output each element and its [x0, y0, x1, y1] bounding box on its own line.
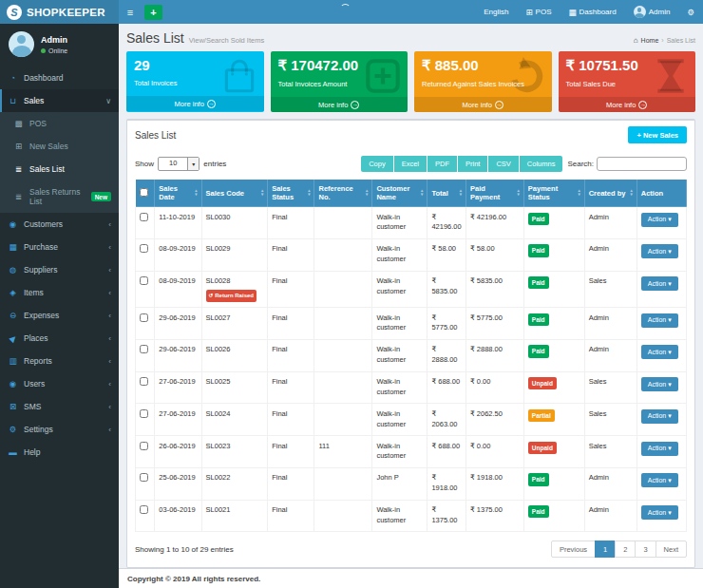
row-checkbox[interactable] [140, 409, 148, 418]
sidebar-item-sales[interactable]: ⊔Sales∨ [0, 89, 119, 112]
brand-logo[interactable]: S SHOPKEEPER [0, 0, 119, 24]
sidebar-item-help[interactable]: ▬Help [0, 441, 119, 464]
paid-payment-cell: ₹ 5835.00 [466, 271, 523, 308]
more-info-link[interactable]: More info→ [414, 97, 552, 112]
created-by-cell: Admin [584, 238, 636, 271]
language-menu[interactable]: English [475, 0, 517, 24]
column-header-created-by[interactable]: Created by▴▾ [584, 180, 636, 207]
action-dropdown-button[interactable]: Action ▾ [641, 244, 678, 258]
action-dropdown-button[interactable]: Action ▾ [641, 505, 678, 520]
export-excel-button[interactable]: Excel [394, 156, 427, 172]
sidebar-item-expenses[interactable]: ⊖Expenses‹ [0, 304, 119, 327]
column-label: Created by [589, 189, 626, 198]
column-header-payment-status[interactable]: Payment Status▴▾ [523, 180, 584, 207]
row-checkbox[interactable] [140, 505, 148, 514]
column-label: Total [431, 189, 447, 198]
row-checkbox[interactable] [140, 244, 148, 253]
sidebar-item-sms[interactable]: ⊠SMS‹ [0, 395, 119, 418]
pagination-1-button[interactable]: 1 [595, 541, 616, 558]
action-cell: Action ▾ [636, 339, 686, 371]
quick-add-button[interactable]: + [144, 5, 162, 20]
payment-status-cell: Paid [523, 467, 584, 500]
page-length-select[interactable]: 10 ▾ [158, 157, 200, 171]
action-dropdown-button[interactable]: Action ▾ [641, 409, 678, 424]
pagination-previous-button[interactable]: Previous [551, 541, 596, 558]
row-checkbox[interactable] [140, 345, 148, 353]
places-icon: ▶ [6, 332, 20, 346]
select-all-checkbox[interactable] [140, 188, 148, 197]
sms-icon: ⊠ [8, 402, 18, 411]
table-row: 08-09-2019SL0028↺ Return RaisedFinalWalk… [136, 271, 687, 308]
sidebar-item-label: Suppliers [24, 265, 57, 275]
settings-menu[interactable]: ⚙ [678, 0, 703, 24]
pagination-3-button[interactable]: 3 [635, 541, 656, 558]
export-copy-button[interactable]: Copy [361, 156, 393, 172]
navbar-dashboard-link[interactable]: ▦ Dashboard [560, 0, 625, 24]
pagination-2-button[interactable]: 2 [615, 541, 636, 558]
export-pdf-button[interactable]: PDF [428, 156, 457, 172]
sidebar-item-places[interactable]: ▶Places‹ [0, 327, 119, 350]
sidebar-item-customers[interactable]: ◉Customers‹ [0, 213, 119, 236]
action-dropdown-button[interactable]: Action ▾ [641, 313, 678, 328]
action-dropdown-button[interactable]: Action ▾ [641, 377, 678, 391]
sales-code: SL0026 [206, 345, 264, 355]
search-input[interactable] [597, 157, 687, 171]
help-icon: ▬ [8, 447, 18, 457]
breadcrumb-home[interactable]: Home [641, 37, 659, 44]
sidebar-item-new-sales[interactable]: ⊞New Sales [0, 135, 119, 158]
export-columns-button[interactable]: Columns [520, 156, 563, 172]
more-info-link[interactable]: More info→ [126, 96, 264, 111]
pagination-next-button[interactable]: Next [656, 541, 687, 558]
action-dropdown-button[interactable]: Action ▾ [641, 213, 678, 227]
row-checkbox[interactable] [140, 276, 148, 285]
sidebar-item-items[interactable]: ◈Items‹ [0, 281, 119, 304]
sidebar-item-label: POS [29, 119, 47, 128]
export-print-button[interactable]: Print [458, 156, 487, 172]
column-header-total[interactable]: Total▴▾ [428, 180, 466, 207]
column-label: Sales Code [206, 189, 244, 198]
sidebar-item-settings[interactable]: ⚙Settings‹ [0, 418, 119, 441]
sales-table: Sales Date▴▾Sales Code▴▾Sales Status▴▾Re… [135, 179, 687, 532]
sidebar-toggle-icon[interactable]: ≡ [119, 0, 142, 24]
row-checkbox[interactable] [140, 442, 148, 450]
action-dropdown-button[interactable]: Action ▾ [641, 276, 678, 291]
column-header-action[interactable]: Action [636, 180, 686, 207]
sidebar-item-pos[interactable]: ▩POS [0, 112, 119, 135]
action-dropdown-button[interactable]: Action ▾ [641, 442, 678, 456]
column-header-reference-no-[interactable]: Reference No.▴▾ [314, 180, 372, 207]
sidebar-item-label: New Sales [29, 142, 68, 151]
sidebar-item-users[interactable]: ◉Users‹ [0, 372, 119, 395]
column-header-customer-name[interactable]: Customer Name▴▾ [372, 180, 428, 207]
column-header-sales-code[interactable]: Sales Code▴▾ [201, 180, 268, 207]
column-label: Action [641, 189, 663, 198]
navbar-pos-link[interactable]: ⊞ POS [517, 0, 560, 24]
sidebar-item-dashboard[interactable]: ◔Dashboard [0, 66, 119, 89]
row-checkbox[interactable] [140, 377, 148, 386]
sidebar-user-status: Online [41, 47, 67, 54]
total-cell: ₹ 42196.00 [428, 207, 466, 239]
row-checkbox[interactable] [140, 313, 148, 322]
action-dropdown-button[interactable]: Action ▾ [641, 473, 678, 487]
export-csv-button[interactable]: CSV [488, 156, 518, 172]
column-header-sales-date[interactable]: Sales Date▴▾ [155, 180, 201, 207]
user-menu[interactable]: Admin [625, 0, 679, 24]
sidebar-item-label: Settings [24, 425, 53, 434]
sidebar-item-purchase[interactable]: ▦Purchase‹ [0, 236, 119, 258]
column-header-sales-status[interactable]: Sales Status▴▾ [268, 180, 314, 207]
sidebar-item-sales-list[interactable]: ≣Sales List [0, 158, 119, 180]
more-info-link[interactable]: More info→ [271, 97, 408, 112]
total-cell: ₹ 5835.00 [428, 271, 466, 308]
row-checkbox[interactable] [140, 213, 148, 221]
sidebar-item-suppliers[interactable]: ◍Suppliers‹ [0, 258, 119, 281]
row-checkbox[interactable] [140, 473, 148, 482]
reference-no-cell [314, 207, 372, 239]
column-header-paid-payment[interactable]: Paid Payment▴▾ [466, 180, 523, 207]
sidebar-item-sales-returns-list[interactable]: ≣Sales Returns ListNew [0, 180, 119, 213]
more-info-link[interactable]: More info→ [559, 97, 696, 112]
sidebar-item-reports[interactable]: ▥Reports‹ [0, 350, 119, 372]
online-status-dot [41, 48, 46, 53]
action-dropdown-button[interactable]: Action ▾ [641, 345, 678, 359]
panel-title: Sales List [135, 130, 176, 141]
sidebar-item-label: Help [24, 447, 40, 457]
new-sales-button[interactable]: + New Sales [628, 126, 687, 143]
